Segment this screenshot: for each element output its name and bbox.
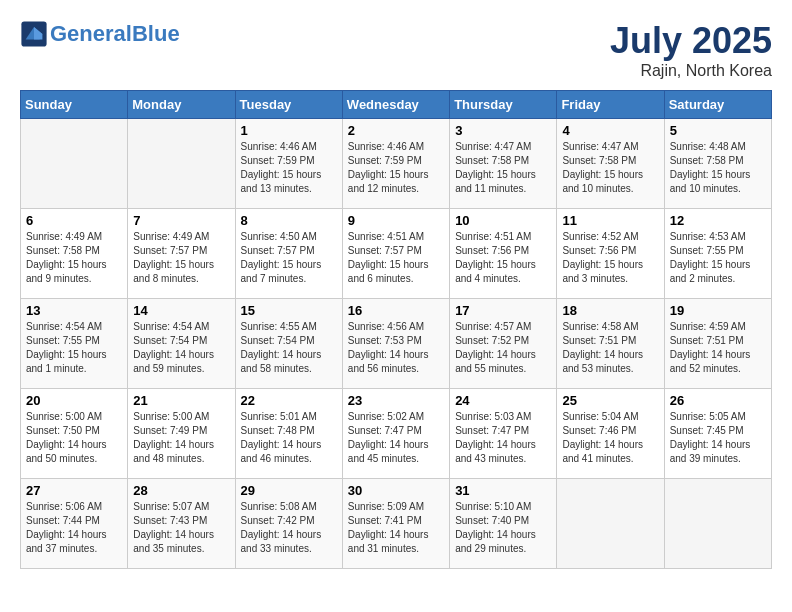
calendar-cell: 23Sunrise: 5:02 AM Sunset: 7:47 PM Dayli… [342, 389, 449, 479]
calendar-cell: 25Sunrise: 5:04 AM Sunset: 7:46 PM Dayli… [557, 389, 664, 479]
day-number: 27 [26, 483, 122, 498]
calendar-cell: 1Sunrise: 4:46 AM Sunset: 7:59 PM Daylig… [235, 119, 342, 209]
day-number: 16 [348, 303, 444, 318]
day-number: 12 [670, 213, 766, 228]
day-number: 21 [133, 393, 229, 408]
day-info: Sunrise: 5:09 AM Sunset: 7:41 PM Dayligh… [348, 500, 444, 556]
day-info: Sunrise: 4:51 AM Sunset: 7:57 PM Dayligh… [348, 230, 444, 286]
day-info: Sunrise: 5:08 AM Sunset: 7:42 PM Dayligh… [241, 500, 337, 556]
day-info: Sunrise: 4:47 AM Sunset: 7:58 PM Dayligh… [562, 140, 658, 196]
day-number: 7 [133, 213, 229, 228]
weekday-sunday: Sunday [21, 91, 128, 119]
weekday-header-row: SundayMondayTuesdayWednesdayThursdayFrid… [21, 91, 772, 119]
calendar-cell: 15Sunrise: 4:55 AM Sunset: 7:54 PM Dayli… [235, 299, 342, 389]
calendar-cell [128, 119, 235, 209]
calendar-cell: 27Sunrise: 5:06 AM Sunset: 7:44 PM Dayli… [21, 479, 128, 569]
weekday-monday: Monday [128, 91, 235, 119]
day-info: Sunrise: 4:54 AM Sunset: 7:54 PM Dayligh… [133, 320, 229, 376]
calendar-cell: 24Sunrise: 5:03 AM Sunset: 7:47 PM Dayli… [450, 389, 557, 479]
title-area: July 2025 Rajin, North Korea [610, 20, 772, 80]
calendar-cell: 8Sunrise: 4:50 AM Sunset: 7:57 PM Daylig… [235, 209, 342, 299]
calendar-cell: 10Sunrise: 4:51 AM Sunset: 7:56 PM Dayli… [450, 209, 557, 299]
calendar-body: 1Sunrise: 4:46 AM Sunset: 7:59 PM Daylig… [21, 119, 772, 569]
page-header: GeneralBlue July 2025 Rajin, North Korea [20, 20, 772, 80]
day-info: Sunrise: 4:52 AM Sunset: 7:56 PM Dayligh… [562, 230, 658, 286]
day-info: Sunrise: 5:06 AM Sunset: 7:44 PM Dayligh… [26, 500, 122, 556]
calendar-cell: 30Sunrise: 5:09 AM Sunset: 7:41 PM Dayli… [342, 479, 449, 569]
day-info: Sunrise: 4:55 AM Sunset: 7:54 PM Dayligh… [241, 320, 337, 376]
calendar-cell: 9Sunrise: 4:51 AM Sunset: 7:57 PM Daylig… [342, 209, 449, 299]
day-info: Sunrise: 4:57 AM Sunset: 7:52 PM Dayligh… [455, 320, 551, 376]
calendar-cell: 17Sunrise: 4:57 AM Sunset: 7:52 PM Dayli… [450, 299, 557, 389]
day-info: Sunrise: 4:46 AM Sunset: 7:59 PM Dayligh… [348, 140, 444, 196]
day-number: 11 [562, 213, 658, 228]
calendar-cell: 22Sunrise: 5:01 AM Sunset: 7:48 PM Dayli… [235, 389, 342, 479]
day-number: 15 [241, 303, 337, 318]
day-info: Sunrise: 5:01 AM Sunset: 7:48 PM Dayligh… [241, 410, 337, 466]
week-row-4: 20Sunrise: 5:00 AM Sunset: 7:50 PM Dayli… [21, 389, 772, 479]
day-number: 10 [455, 213, 551, 228]
day-number: 2 [348, 123, 444, 138]
calendar-cell: 4Sunrise: 4:47 AM Sunset: 7:58 PM Daylig… [557, 119, 664, 209]
day-info: Sunrise: 4:56 AM Sunset: 7:53 PM Dayligh… [348, 320, 444, 376]
day-info: Sunrise: 4:49 AM Sunset: 7:58 PM Dayligh… [26, 230, 122, 286]
calendar-cell: 13Sunrise: 4:54 AM Sunset: 7:55 PM Dayli… [21, 299, 128, 389]
week-row-5: 27Sunrise: 5:06 AM Sunset: 7:44 PM Dayli… [21, 479, 772, 569]
weekday-friday: Friday [557, 91, 664, 119]
calendar-cell: 20Sunrise: 5:00 AM Sunset: 7:50 PM Dayli… [21, 389, 128, 479]
weekday-thursday: Thursday [450, 91, 557, 119]
calendar-cell: 18Sunrise: 4:58 AM Sunset: 7:51 PM Dayli… [557, 299, 664, 389]
logo-blue: Blue [132, 21, 180, 46]
day-number: 13 [26, 303, 122, 318]
day-number: 26 [670, 393, 766, 408]
day-info: Sunrise: 4:47 AM Sunset: 7:58 PM Dayligh… [455, 140, 551, 196]
weekday-tuesday: Tuesday [235, 91, 342, 119]
calendar-cell: 21Sunrise: 5:00 AM Sunset: 7:49 PM Dayli… [128, 389, 235, 479]
calendar-cell: 14Sunrise: 4:54 AM Sunset: 7:54 PM Dayli… [128, 299, 235, 389]
day-number: 9 [348, 213, 444, 228]
weekday-saturday: Saturday [664, 91, 771, 119]
day-info: Sunrise: 4:53 AM Sunset: 7:55 PM Dayligh… [670, 230, 766, 286]
month-title: July 2025 [610, 20, 772, 62]
calendar-cell: 16Sunrise: 4:56 AM Sunset: 7:53 PM Dayli… [342, 299, 449, 389]
day-number: 8 [241, 213, 337, 228]
day-number: 22 [241, 393, 337, 408]
day-number: 24 [455, 393, 551, 408]
week-row-1: 1Sunrise: 4:46 AM Sunset: 7:59 PM Daylig… [21, 119, 772, 209]
calendar-cell: 29Sunrise: 5:08 AM Sunset: 7:42 PM Dayli… [235, 479, 342, 569]
calendar-cell: 11Sunrise: 4:52 AM Sunset: 7:56 PM Dayli… [557, 209, 664, 299]
day-number: 5 [670, 123, 766, 138]
day-info: Sunrise: 4:49 AM Sunset: 7:57 PM Dayligh… [133, 230, 229, 286]
day-number: 25 [562, 393, 658, 408]
location: Rajin, North Korea [610, 62, 772, 80]
day-info: Sunrise: 5:03 AM Sunset: 7:47 PM Dayligh… [455, 410, 551, 466]
day-number: 4 [562, 123, 658, 138]
day-number: 31 [455, 483, 551, 498]
day-number: 23 [348, 393, 444, 408]
day-number: 20 [26, 393, 122, 408]
day-number: 6 [26, 213, 122, 228]
day-info: Sunrise: 5:04 AM Sunset: 7:46 PM Dayligh… [562, 410, 658, 466]
calendar-cell: 3Sunrise: 4:47 AM Sunset: 7:58 PM Daylig… [450, 119, 557, 209]
calendar-cell: 12Sunrise: 4:53 AM Sunset: 7:55 PM Dayli… [664, 209, 771, 299]
day-info: Sunrise: 5:00 AM Sunset: 7:49 PM Dayligh… [133, 410, 229, 466]
calendar-cell: 28Sunrise: 5:07 AM Sunset: 7:43 PM Dayli… [128, 479, 235, 569]
calendar-cell [664, 479, 771, 569]
day-number: 18 [562, 303, 658, 318]
day-info: Sunrise: 5:00 AM Sunset: 7:50 PM Dayligh… [26, 410, 122, 466]
day-info: Sunrise: 4:59 AM Sunset: 7:51 PM Dayligh… [670, 320, 766, 376]
day-info: Sunrise: 4:54 AM Sunset: 7:55 PM Dayligh… [26, 320, 122, 376]
day-number: 29 [241, 483, 337, 498]
day-info: Sunrise: 5:10 AM Sunset: 7:40 PM Dayligh… [455, 500, 551, 556]
day-info: Sunrise: 4:58 AM Sunset: 7:51 PM Dayligh… [562, 320, 658, 376]
day-info: Sunrise: 4:48 AM Sunset: 7:58 PM Dayligh… [670, 140, 766, 196]
calendar-cell: 7Sunrise: 4:49 AM Sunset: 7:57 PM Daylig… [128, 209, 235, 299]
weekday-wednesday: Wednesday [342, 91, 449, 119]
week-row-2: 6Sunrise: 4:49 AM Sunset: 7:58 PM Daylig… [21, 209, 772, 299]
day-number: 19 [670, 303, 766, 318]
day-info: Sunrise: 4:46 AM Sunset: 7:59 PM Dayligh… [241, 140, 337, 196]
calendar-cell: 26Sunrise: 5:05 AM Sunset: 7:45 PM Dayli… [664, 389, 771, 479]
calendar-cell: 6Sunrise: 4:49 AM Sunset: 7:58 PM Daylig… [21, 209, 128, 299]
calendar-cell: 5Sunrise: 4:48 AM Sunset: 7:58 PM Daylig… [664, 119, 771, 209]
logo: GeneralBlue [20, 20, 180, 48]
